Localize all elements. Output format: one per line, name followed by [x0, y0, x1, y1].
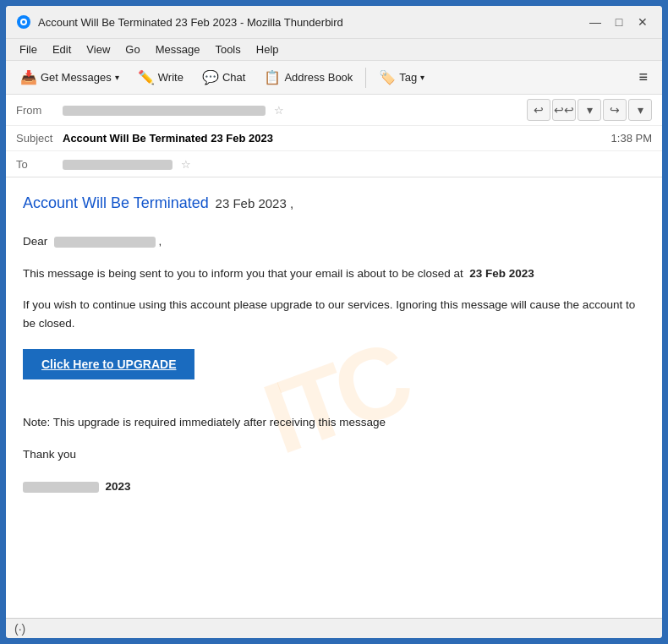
get-messages-dropdown-icon: ▾: [115, 73, 119, 82]
chat-label: Chat: [222, 71, 245, 84]
title-bar: Account Will Be Terminated 23 Feb 2023 -…: [6, 6, 662, 39]
menu-tools[interactable]: Tools: [208, 41, 247, 58]
from-blurred: [63, 106, 266, 116]
tag-dropdown-icon: ▾: [420, 73, 424, 82]
from-row: From ☆ ↩ ↩↩ ▾ ↪ ▾: [6, 95, 662, 126]
toolbar: 📥 Get Messages ▾ ✏️ Write 💬 Chat 📋 Addre…: [6, 61, 662, 95]
email-title-blue: Account Will Be Terminated: [23, 194, 209, 211]
from-label: From: [16, 104, 63, 117]
note-paragraph: Note: This upgrade is required immediate…: [23, 413, 645, 432]
chat-icon: 💬: [202, 69, 219, 85]
reply-all-button[interactable]: ↩↩: [552, 99, 576, 121]
email-content: Account Will Be Terminated 23 Feb 2023 ,…: [23, 194, 645, 495]
tag-label: Tag: [399, 71, 417, 84]
to-value: ☆: [63, 158, 652, 171]
write-button[interactable]: ✏️ Write: [130, 65, 191, 90]
email-time: 1:38 PM: [611, 132, 652, 145]
menu-bar: File Edit View Go Message Tools Help: [6, 39, 662, 61]
email-title-line: Account Will Be Terminated 23 Feb 2023 ,: [23, 194, 645, 212]
chat-button[interactable]: 💬 Chat: [194, 65, 253, 90]
svg-point-2: [22, 20, 25, 24]
subject-label: Subject: [16, 132, 63, 145]
address-book-icon: 📋: [264, 69, 281, 85]
to-star-icon[interactable]: ☆: [181, 158, 191, 171]
thunderbird-window: Account Will Be Terminated 23 Feb 2023 -…: [4, 4, 664, 640]
thankyou-paragraph: Thank you: [23, 445, 645, 464]
thunderbird-icon: [16, 14, 31, 30]
get-messages-icon: 📥: [20, 69, 37, 85]
body-paragraph-1: This message is being sent to you to inf…: [23, 265, 645, 283]
more-actions-button[interactable]: ▾: [578, 99, 601, 121]
upgrade-button-wrapper: Click Here to UPGRADE: [23, 346, 645, 396]
menu-go[interactable]: Go: [118, 41, 146, 58]
toolbar-separator: [365, 68, 366, 88]
close-button[interactable]: ✕: [633, 13, 652, 31]
address-book-label: Address Book: [284, 71, 353, 84]
forward-dropdown-button[interactable]: ▾: [628, 99, 652, 121]
from-star-icon[interactable]: ☆: [274, 104, 284, 117]
to-blurred: [63, 160, 172, 170]
menu-file[interactable]: File: [13, 41, 44, 58]
menu-message[interactable]: Message: [149, 41, 207, 58]
write-icon: ✏️: [138, 69, 155, 85]
from-value: ☆: [63, 104, 527, 117]
email-header: From ☆ ↩ ↩↩ ▾ ↪ ▾ Subject Account Will B…: [6, 95, 662, 177]
sender-line: 2023: [23, 478, 645, 496]
menu-help[interactable]: Help: [249, 41, 286, 58]
tag-icon: 🏷️: [379, 69, 396, 85]
subject-value: Account Will Be Terminated 23 Feb 2023: [63, 132, 273, 145]
write-label: Write: [158, 71, 183, 84]
to-row: To ☆: [6, 151, 662, 177]
greeting-paragraph: Dear ,: [23, 232, 645, 251]
header-action-buttons: ↩ ↩↩ ▾ ↪ ▾: [527, 99, 652, 121]
to-label: To: [16, 158, 63, 171]
body-paragraph-2: If you wish to continue using this accou…: [23, 296, 645, 332]
upgrade-button[interactable]: Click Here to UPGRADE: [23, 349, 194, 379]
hamburger-menu-button[interactable]: ≡: [631, 64, 655, 90]
title-bar-left: Account Will Be Terminated 23 Feb 2023 -…: [16, 14, 343, 30]
email-body: ITC Account Will Be Terminated 23 Feb 20…: [6, 177, 662, 618]
hamburger-menu-icon: ≡: [638, 68, 648, 86]
para1-bold-text: 23 Feb 2023: [469, 267, 534, 280]
subject-row: Subject Account Will Be Terminated 23 Fe…: [6, 126, 662, 151]
status-bar: (·): [6, 618, 662, 638]
address-book-button[interactable]: 📋 Address Book: [256, 65, 360, 90]
recipient-name-blurred: [54, 237, 156, 248]
menu-view[interactable]: View: [79, 41, 117, 58]
email-title-date-text: 23 Feb 2023 ,: [216, 196, 294, 210]
para1-text: This message is being sent to you to inf…: [23, 267, 463, 280]
tag-button[interactable]: 🏷️ Tag ▾: [371, 65, 432, 90]
get-messages-label: Get Messages: [41, 71, 112, 84]
connection-status-icon: (·): [14, 622, 25, 636]
sender-name-blurred: [23, 482, 99, 493]
get-messages-button[interactable]: 📥 Get Messages ▾: [13, 65, 127, 90]
minimize-button[interactable]: —: [586, 13, 605, 31]
email-title-date: 23 Feb 2023 ,: [211, 196, 293, 210]
reply-button[interactable]: ↩: [527, 99, 550, 121]
forward-button[interactable]: ↪: [603, 99, 627, 121]
para1-date-bold: 23 Feb 2023: [467, 267, 534, 280]
window-title: Account Will Be Terminated 23 Feb 2023 -…: [38, 16, 343, 29]
maximize-button[interactable]: □: [610, 13, 628, 31]
sender-year: 2023: [106, 480, 131, 493]
title-bar-controls: — □ ✕: [586, 13, 652, 31]
menu-edit[interactable]: Edit: [46, 41, 78, 58]
greeting-prefix: Dear: [23, 235, 47, 248]
